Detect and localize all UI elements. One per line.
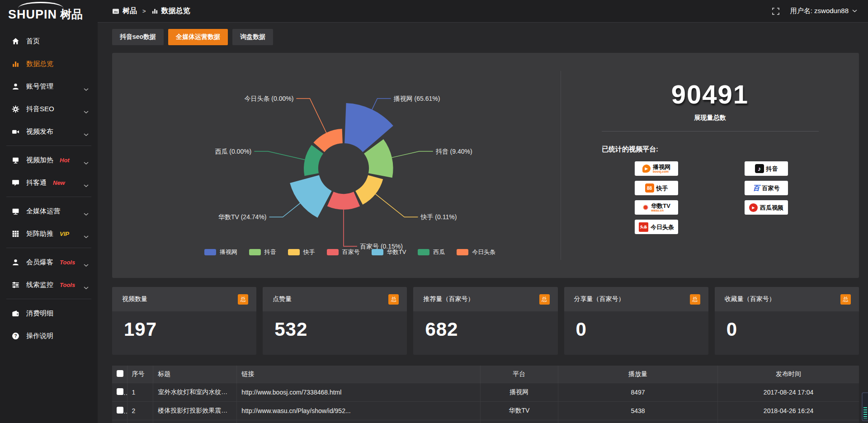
column-header: 发布时间 [718,366,859,383]
summary-rule [602,131,819,132]
column-header: 序号 [127,366,153,383]
cell-plays: 5438 [558,401,718,420]
column-header: 标题 [153,366,237,383]
sidebar-item-screen-7[interactable]: 全媒体运营 [0,200,98,222]
videos-table: 序号标题链接平台播放量发布时间1室外水纹灯和室内水纹灯的区别和简介http://… [112,366,859,423]
logo[interactable]: SHUPIN 树品 [0,0,98,24]
platform-badge-toutiao: 头条今日头条 [635,220,678,234]
sidebar-item-wallet-11[interactable]: 消费明细 [0,302,98,324]
stat-card-title: 推荐量（百家号） [423,295,474,303]
floating-widget[interactable] [862,392,868,421]
cell-title-link[interactable] [153,420,237,423]
row-checkbox[interactable] [117,388,123,395]
row-checkbox[interactable] [117,407,123,414]
fullscreen-icon[interactable] [772,8,779,15]
sidebar-item-question-12[interactable]: ?操作说明 [0,324,98,347]
breadcrumb-item-home[interactable]: 树品 [123,6,137,16]
cell-platform: 华数TV [480,401,558,420]
cell-url-link[interactable]: http://www.boosj.com/7338468.html [237,383,481,401]
sidebar-item-label: 矩阵助推 [26,230,53,238]
stat-cards: 视频数量总197点赞量总532推荐量（百家号）总682分享量（百家号）总0收藏量… [112,287,859,355]
legend-swatch [457,249,468,255]
platform-badge-name: 西瓜视频 [760,205,783,211]
legend-label: 西瓜 [433,248,445,256]
stat-card-1: 点赞量总532 [263,287,407,355]
legend-label: 华数TV [387,248,406,256]
chevron-down-icon [84,184,89,188]
content: 抖音seo数据全媒体运营数据询盘数据 播视网 (65.61%)抖音 (9.40%… [98,23,868,423]
video-icon [12,128,19,136]
chevron-down-icon [84,213,89,216]
label-line-抖音 [392,151,433,158]
sidebar-item-grid-8[interactable]: 矩阵助推VIP [0,222,98,245]
legend-label: 快手 [303,248,315,256]
sidebar-item-home-0[interactable]: 首页 [0,30,98,52]
label-line-西瓜 [254,151,305,160]
chat-icon [12,179,19,187]
legend-item-百家号[interactable]: 百家号 [327,248,360,256]
total-impressions-value: 90491 [561,79,859,109]
tab-1[interactable]: 全媒体运营数据 [168,29,228,45]
sidebar-item-sliders-10[interactable]: 线索监控Tools [0,273,98,296]
sidebar-divider [6,299,91,299]
sidebar-item-label: 线索监控 [26,281,53,289]
legend-label: 百家号 [342,248,360,256]
legend-item-华数TV[interactable]: 华数TV [372,248,406,256]
platform-badge-kuaishou: 88快手 [635,181,678,195]
app: SHUPIN 树品 首页数据总览账号管理抖音SEO视频发布视频加热Hot抖客通N… [0,0,868,423]
pie-slice-今日头条[interactable] [313,129,342,152]
platform-badge-name: 播视网 [653,164,670,170]
cell-title-link[interactable]: 室外水纹灯和室内水纹灯的区别和简介 [153,383,237,401]
tab-0[interactable]: 抖音seo数据 [112,29,164,45]
sidebar-item-video-4[interactable]: 视频发布 [0,120,98,143]
sidebar-item-badge: Tools [60,282,75,288]
heat-icon [12,156,19,164]
platform-badge-name: 华数TV [651,203,670,209]
select-all-checkbox[interactable] [117,370,123,377]
cell-title-link[interactable]: 楼体投影灯投影效果震撼上市 [153,401,237,420]
sidebar-item-chat-6[interactable]: 抖客通New [0,171,98,194]
chevron-down-icon [84,264,89,267]
legend-item-抖音[interactable]: 抖音 [249,248,276,256]
label-line-今日头条 [296,99,326,133]
legend-swatch [288,249,300,255]
sidebar-item-heat-5[interactable]: 视频加热Hot [0,149,98,171]
legend-item-西瓜[interactable]: 西瓜 [418,248,445,256]
sidebar-item-label: 视频加热 [26,156,53,164]
pie-slice-百家号[interactable] [327,192,360,209]
pie-slice-西瓜[interactable] [304,145,323,176]
pie-slice-华数TV[interactable] [290,175,332,218]
total-badge: 总 [238,294,248,305]
platform-badge-name: 今日头条 [651,224,674,230]
chevron-down-icon [852,9,857,13]
sidebar: SHUPIN 树品 首页数据总览账号管理抖音SEO视频发布视频加热Hot抖客通N… [0,0,98,423]
stat-card-value: 0 [726,319,737,340]
legend-item-今日头条[interactable]: 今日头条 [457,248,495,256]
breadcrumb: 树品 > 数据总览 [112,6,190,16]
sidebar-item-gear-3[interactable]: 抖音SEO [0,98,98,120]
platform-badge-wasu: ✹华数TVwasu.cn [635,200,678,215]
column-header: 链接 [237,366,481,383]
sidebar-item-label: 视频发布 [26,127,53,136]
pie-slice-快手[interactable] [355,175,383,205]
stat-card-value: 197 [124,319,157,340]
platform-badge-xigua: ▶西瓜视频 [745,200,788,215]
cell-url-link[interactable] [237,420,481,423]
sidebar-item-user-9[interactable]: 会员爆客Tools [0,251,98,273]
legend-label: 播视网 [220,248,237,256]
cell-no: 2 [127,401,153,420]
total-badge: 总 [388,294,399,305]
sidebar-item-user-2[interactable]: 账号管理 [0,75,98,98]
tab-bar: 抖音seo数据全媒体运营数据询盘数据 [112,29,859,45]
legend-item-播视网[interactable]: 播视网 [204,248,237,256]
tab-2[interactable]: 询盘数据 [232,29,273,45]
platform-share-chart: 播视网 (65.61%)抖音 (9.40%)快手 (0.11%)百家号 (0.1… [112,53,561,278]
sidebar-item-bars-1[interactable]: 数据总览 [0,52,98,75]
cell-url-link[interactable]: http://www.wasu.cn/Play/show/id/952... [237,401,481,420]
sliders-icon [12,281,19,289]
cell-platform: 播视网 [480,383,558,401]
stat-card-title: 点赞量 [273,295,292,303]
user-menu[interactable]: 用户名: zswodun88 [790,7,857,15]
legend-item-快手[interactable]: 快手 [288,248,315,256]
cell-time: 2017-08-24 17:04 [718,383,859,401]
